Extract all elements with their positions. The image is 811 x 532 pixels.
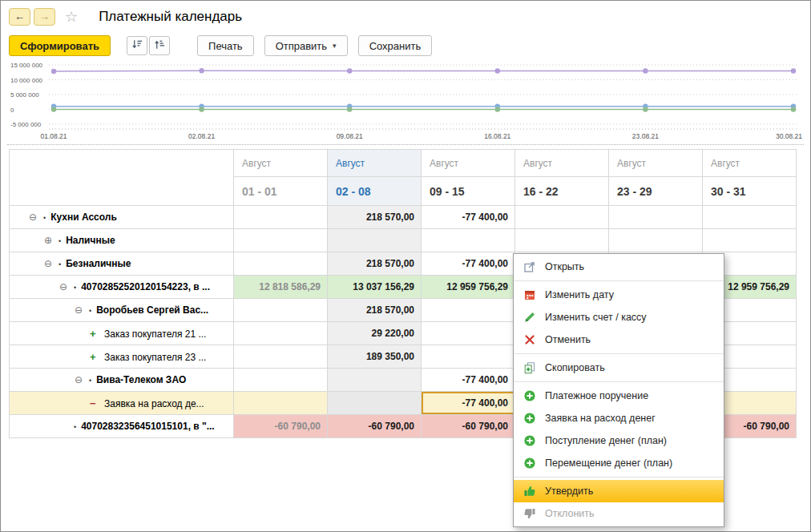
value-cell[interactable] [234, 392, 328, 415]
context-menu-item-6[interactable]: Скопировать [514, 357, 724, 379]
row-label: Вива-Телеком ЗАО [96, 374, 186, 385]
value-cell[interactable]: 189 350,00 [328, 345, 422, 369]
collapse-icon[interactable]: ⊖ [75, 374, 85, 385]
value-cell[interactable]: 218 570,00 [328, 206, 422, 229]
value-cell[interactable] [422, 229, 515, 252]
row-label-cell[interactable]: −Заявка на расход де... [10, 392, 234, 415]
value-cell[interactable]: 12 818 586,29 [234, 276, 328, 299]
back-button[interactable]: ← [9, 8, 30, 26]
value-cell[interactable] [422, 299, 515, 322]
value-cell[interactable] [234, 322, 328, 345]
column-month-header[interactable]: Август [328, 150, 422, 177]
sort-descending-button[interactable] [127, 36, 147, 55]
row-label-cell[interactable]: ⊖•40702852520120154223, в ... [10, 276, 234, 299]
context-menu-item-13[interactable]: Утвердить [514, 480, 724, 502]
send-button[interactable]: Отправить ▾ [264, 35, 348, 56]
value-cell[interactable]: -60 790,00 [328, 415, 422, 438]
value-cell[interactable]: -77 400,00 [422, 206, 515, 229]
column-month-header[interactable]: Август [703, 150, 797, 177]
column-range-header[interactable]: 09 - 15 [422, 177, 515, 206]
page-title: Платежный календарь [99, 9, 242, 25]
x-tick-label: 23.08.21 [632, 132, 659, 140]
value-cell[interactable] [328, 392, 422, 415]
value-cell[interactable] [234, 252, 328, 276]
document-minus-icon: − [90, 397, 100, 409]
collapse-icon[interactable]: ⊖ [75, 304, 85, 316]
value-cell[interactable] [609, 229, 703, 252]
value-cell[interactable] [234, 229, 328, 252]
column-month-header[interactable]: Август [609, 150, 703, 177]
row-label-cell[interactable]: ⊖•Безналичные [10, 252, 234, 276]
row-label: 40702852520120154223, в ... [81, 281, 210, 292]
value-cell[interactable] [703, 229, 797, 252]
column-range-header[interactable]: 30 - 31 [703, 177, 797, 206]
save-button[interactable]: Сохранить [358, 35, 433, 56]
row-label: 40702832356451015101, в "... [81, 421, 215, 432]
value-cell[interactable] [422, 345, 515, 369]
titlebar: ← → ☆ Платежный календарь [1, 1, 810, 33]
value-cell[interactable]: -77 400,00 [422, 392, 515, 415]
row-label-cell[interactable]: •40702832356451015101, в "... [10, 415, 234, 438]
row-label-cell[interactable]: ⊖•Кухни Ассоль [10, 206, 234, 229]
y-tick-label: 15 000 000 [10, 62, 43, 69]
column-month-header[interactable]: Август [422, 150, 515, 177]
row-label-cell[interactable]: ⊖•Воробьев Сергей Вас... [10, 299, 234, 322]
column-range-header[interactable]: 02 - 08 [328, 177, 422, 206]
generate-button[interactable]: Сформировать [9, 35, 111, 56]
value-cell[interactable] [609, 206, 703, 229]
send-button-label: Отправить [276, 40, 327, 52]
value-cell[interactable]: -77 400,00 [422, 252, 515, 276]
context-menu-item-0[interactable]: Открыть [514, 256, 724, 278]
row-label-cell[interactable]: ⊕•Наличные [10, 229, 234, 252]
value-cell[interactable] [328, 229, 422, 252]
value-cell[interactable] [515, 229, 609, 252]
collapse-icon[interactable]: ⊖ [29, 212, 39, 223]
collapse-icon[interactable]: ⊖ [44, 258, 54, 269]
value-cell[interactable] [422, 322, 515, 345]
context-menu-item-14[interactable]: Отклонить [514, 502, 724, 525]
row-label-cell[interactable]: +Заказ покупателя 23 ... [10, 345, 234, 369]
sort-buttons-group [127, 36, 171, 55]
value-cell[interactable] [328, 369, 422, 392]
context-menu-item-2[interactable]: Изменить дату [514, 284, 724, 306]
expand-icon[interactable]: ⊕ [44, 235, 54, 246]
cancel-icon [523, 333, 537, 347]
sort-ascending-button[interactable] [149, 36, 170, 55]
toolbar: Сформировать Печать Отправить ▾ Сохранит… [9, 33, 432, 58]
bullet-icon: • [74, 423, 76, 431]
value-cell[interactable]: 13 037 156,29 [328, 276, 422, 299]
value-cell[interactable] [234, 299, 328, 322]
column-range-header[interactable]: 01 - 01 [234, 177, 328, 206]
value-cell[interactable] [515, 206, 609, 229]
column-range-header[interactable]: 23 - 29 [609, 177, 703, 206]
value-cell[interactable]: -77 400,00 [422, 369, 515, 392]
menu-item-label: Отклонить [545, 508, 595, 519]
bullet-icon: • [43, 214, 46, 222]
value-cell[interactable] [234, 369, 328, 392]
context-menu-item-9[interactable]: Заявка на расход денег [514, 407, 724, 429]
context-menu-item-3[interactable]: Изменить счет / кассу [514, 306, 724, 328]
value-cell[interactable]: 29 220,00 [328, 322, 422, 345]
collapse-icon[interactable]: ⊖ [59, 281, 70, 292]
column-month-header[interactable]: Август [515, 150, 609, 177]
column-range-header[interactable]: 16 - 22 [515, 177, 609, 206]
context-menu-item-4[interactable]: Отменить [514, 328, 724, 351]
context-menu-item-8[interactable]: Платежное поручение [514, 385, 724, 407]
context-menu-item-10[interactable]: Поступление денег (план) [514, 429, 724, 452]
value-cell[interactable]: 218 570,00 [328, 299, 422, 322]
value-cell[interactable]: 218 570,00 [328, 252, 422, 276]
value-cell[interactable] [234, 206, 328, 229]
context-menu-item-11[interactable]: Перемещение денег (план) [514, 452, 724, 474]
favorite-star-icon[interactable]: ☆ [65, 8, 78, 26]
print-button[interactable]: Печать [197, 35, 254, 56]
value-cell[interactable]: 12 959 756,29 [422, 276, 515, 299]
forward-button[interactable]: → [34, 8, 55, 26]
row-label-cell[interactable]: +Заказ покупателя 21 ... [10, 322, 234, 345]
column-month-header[interactable]: Август [234, 150, 328, 177]
value-cell[interactable]: -60 790,00 [234, 415, 328, 438]
value-cell[interactable] [703, 206, 797, 229]
value-cell[interactable] [234, 345, 328, 369]
value-cell[interactable]: -60 790,00 [422, 415, 515, 438]
chart-data-point [51, 69, 56, 74]
row-label-cell[interactable]: ⊖•Вива-Телеком ЗАО [10, 369, 234, 392]
